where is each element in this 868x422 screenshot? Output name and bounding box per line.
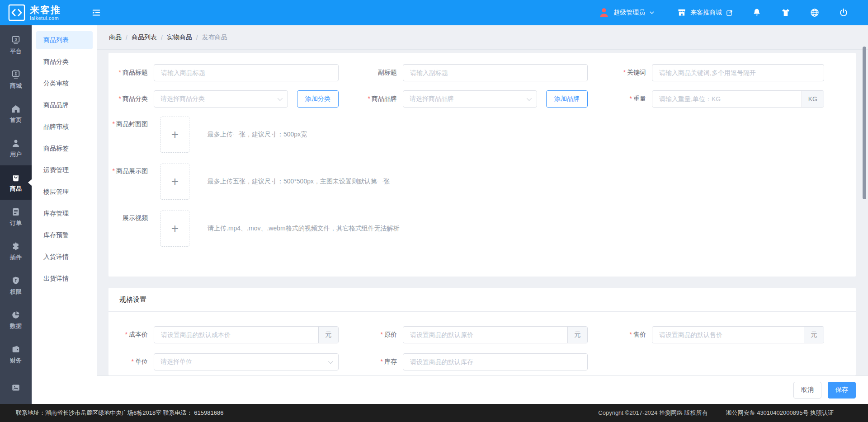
store-icon bbox=[677, 8, 687, 18]
rail-item-goods[interactable]: 商品 bbox=[0, 165, 32, 200]
plus-icon: + bbox=[171, 175, 179, 188]
rail-item-orders[interactable]: 订单 bbox=[0, 200, 32, 234]
stock-input[interactable] bbox=[403, 353, 588, 370]
icon-rail: S 平台 商城 首页 用户 商品 订单 插件 权限 bbox=[0, 25, 32, 404]
sidebar-item-floor[interactable]: 楼层管理 bbox=[32, 181, 97, 203]
footer-copyright: Copyright ©2017-2024 拾捌网络 版权所有 bbox=[598, 409, 708, 417]
cover-image-label: *商品封面图 bbox=[108, 117, 148, 153]
brand-select[interactable]: 请选择商品品牌 bbox=[403, 90, 537, 108]
sidebar-item-category-review[interactable]: 分类审核 bbox=[32, 73, 97, 94]
cost-price-input[interactable] bbox=[154, 327, 318, 343]
rail-label: 首页 bbox=[10, 116, 22, 124]
required-asterisk: * bbox=[119, 95, 121, 102]
external-link-icon bbox=[726, 9, 733, 17]
notifications-button[interactable] bbox=[751, 7, 762, 18]
required-asterisk: * bbox=[623, 69, 626, 76]
avatar-icon bbox=[598, 7, 610, 19]
video-upload[interactable]: + bbox=[160, 211, 189, 247]
sale-price-input[interactable] bbox=[652, 327, 804, 343]
unit-select[interactable]: 请选择单位 bbox=[154, 353, 339, 370]
sidebar-item-stock-alert[interactable]: 库存预警 bbox=[32, 225, 97, 246]
rail-label: 权限 bbox=[10, 288, 22, 296]
rail-item-users[interactable]: 用户 bbox=[0, 131, 32, 165]
save-button[interactable]: 保存 bbox=[828, 382, 856, 399]
collapse-menu-icon bbox=[91, 8, 101, 18]
breadcrumb-separator: / bbox=[161, 34, 163, 41]
rail-label: 商品 bbox=[10, 185, 22, 193]
brand-label: *商品品牌 bbox=[358, 95, 397, 103]
add-brand-button[interactable]: 添加品牌 bbox=[546, 90, 588, 108]
mall-name-label: 来客推商城 bbox=[690, 9, 722, 17]
breadcrumb-goods-list[interactable]: 商品列表 bbox=[132, 33, 157, 42]
rail-label: 平台 bbox=[10, 47, 22, 56]
rail-item-media[interactable] bbox=[0, 371, 32, 404]
puzzle-icon bbox=[11, 241, 21, 251]
title-label: *商品标题 bbox=[108, 69, 148, 77]
cover-image-hint: 最多上传一张，建议尺寸：500px宽 bbox=[208, 131, 307, 139]
subtitle-input[interactable] bbox=[403, 64, 588, 81]
sale-price-label: *售价 bbox=[607, 331, 646, 339]
mall-link[interactable]: 来客推商城 bbox=[677, 8, 733, 18]
sidebar-item-goods-tags[interactable]: 商品标签 bbox=[32, 138, 97, 159]
rail-item-permissions[interactable]: 权限 bbox=[0, 268, 32, 303]
rail-label: 商城 bbox=[10, 82, 22, 90]
original-price-input[interactable] bbox=[403, 327, 567, 343]
rail-label: 用户 bbox=[10, 150, 22, 159]
sidebar-item-goods-list[interactable]: 商品列表 bbox=[32, 29, 97, 51]
user-menu[interactable]: 超级管理员 bbox=[598, 7, 655, 19]
original-price-unit-suffix: 元 bbox=[567, 327, 587, 343]
gallery-images-upload[interactable]: + bbox=[160, 164, 189, 200]
vertical-scrollbar-thumb[interactable] bbox=[863, 47, 866, 199]
sidebar-item-inbound[interactable]: 入货详情 bbox=[32, 246, 97, 268]
original-price-label: *原价 bbox=[358, 331, 397, 339]
rail-item-plugins[interactable]: 插件 bbox=[0, 234, 32, 268]
required-asterisk: * bbox=[119, 69, 121, 76]
user-icon bbox=[11, 138, 21, 148]
shield-key-icon bbox=[11, 276, 21, 286]
sidebar-item-brand-review[interactable]: 品牌审核 bbox=[32, 116, 97, 138]
cancel-button[interactable]: 取消 bbox=[793, 382, 821, 399]
shop-goods-button[interactable] bbox=[780, 7, 791, 18]
add-category-button[interactable]: 添加分类 bbox=[297, 90, 339, 108]
rail-item-finance[interactable]: 财务 bbox=[0, 337, 32, 371]
sidebar-item-shipping[interactable]: 运费管理 bbox=[32, 159, 97, 181]
required-asterisk: * bbox=[113, 120, 115, 127]
category-select[interactable]: 请选择商品分类 bbox=[154, 90, 288, 108]
plus-icon: + bbox=[171, 128, 179, 141]
plus-icon: + bbox=[171, 222, 179, 235]
sidebar-item-goods-category[interactable]: 商品分类 bbox=[32, 51, 97, 73]
title-input[interactable] bbox=[154, 64, 339, 81]
spec-settings-card: 规格设置 *成本价 元 *原价 元 * bbox=[108, 288, 856, 375]
language-button[interactable] bbox=[809, 7, 820, 18]
rail-item-data[interactable]: 数据 bbox=[0, 303, 32, 337]
breadcrumb-publish-goods: 发布商品 bbox=[202, 33, 227, 42]
breadcrumb-physical-goods[interactable]: 实物商品 bbox=[167, 33, 192, 42]
rail-item-home[interactable]: 首页 bbox=[0, 97, 32, 131]
breadcrumb-goods[interactable]: 商品 bbox=[109, 33, 122, 42]
rail-item-mall[interactable]: 商城 bbox=[0, 62, 32, 97]
weight-input[interactable] bbox=[652, 91, 802, 107]
keywords-input[interactable] bbox=[652, 64, 824, 81]
cost-price-label: *成本价 bbox=[108, 331, 148, 339]
logout-button[interactable] bbox=[838, 7, 849, 18]
stock-label: *库存 bbox=[358, 358, 397, 366]
select-caret-icon bbox=[328, 359, 333, 364]
required-asterisk: * bbox=[132, 358, 134, 365]
subtitle-label: 副标题 bbox=[358, 69, 397, 77]
rail-label: 财务 bbox=[10, 356, 22, 365]
sidebar-item-outbound[interactable]: 出货详情 bbox=[32, 268, 97, 290]
spec-section-title: 规格设置 bbox=[108, 288, 856, 312]
video-hint: 请上传.mp4、.mov、.webm格式的视频文件，其它格式组件无法解析 bbox=[208, 225, 400, 233]
sidebar-item-stock-mgmt[interactable]: 库存管理 bbox=[32, 203, 97, 225]
rail-item-platform[interactable]: S 平台 bbox=[0, 28, 32, 62]
footer-contact-info: 联系地址：湖南省长沙市岳麓区绿地中央广场6栋2018室 联系电话： 615981… bbox=[16, 409, 598, 417]
pie-chart-icon bbox=[11, 310, 21, 320]
cover-image-upload[interactable]: + bbox=[160, 117, 189, 153]
sidebar-collapse-button[interactable] bbox=[91, 8, 101, 18]
breadcrumb-separator: / bbox=[126, 34, 127, 41]
footer-beian: 湘公网安备 43010402000895号 执照认证 bbox=[726, 409, 834, 417]
unit-label: *单位 bbox=[108, 358, 148, 366]
form-content: *商品标题 副标题 *关键词 *商品分类 bbox=[97, 50, 868, 375]
sidebar-item-goods-brand[interactable]: 商品品牌 bbox=[32, 94, 97, 116]
app-logo[interactable]: 来客推 laiketui.com bbox=[0, 4, 84, 21]
